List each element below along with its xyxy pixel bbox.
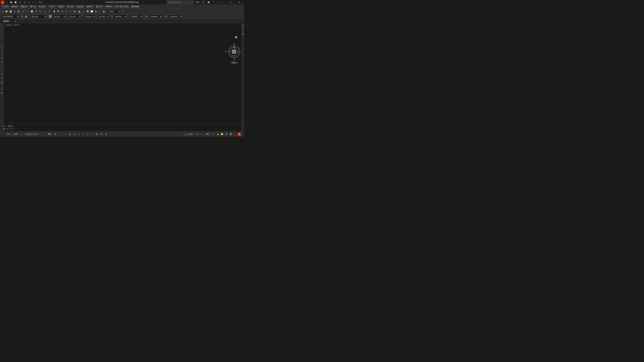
rt-pan[interactable]: ⊞ [242, 24, 244, 25]
tb-open[interactable]: 📂 [5, 9, 8, 13]
scale-label[interactable]: 1:1 / 100% [183, 133, 194, 136]
tb-copy[interactable]: 📋 [30, 9, 34, 13]
sel-cycling-btn[interactable]: ⊗ [104, 133, 108, 136]
fullscreen-btn[interactable]: ⛶ [233, 132, 237, 136]
menu-draw[interactable]: 绘图(D) [56, 5, 66, 8]
lt-hatch[interactable]: ▨ [0, 81, 3, 84]
lt-polyline[interactable]: ∧ [0, 32, 3, 35]
layout-tab-status[interactable]: 布局1 [12, 133, 19, 136]
color-swatch[interactable] [49, 15, 52, 18]
props-icon2[interactable]: ⊟ [164, 14, 168, 18]
tb-hatch[interactable]: ▨ [94, 9, 98, 13]
canvas-area[interactable]: [-][俯视][二维线框] ↖ / ∧ ○ ⌒ □ ✛ ↻ ⤢ ⇌ ⊟ ✂ → … [0, 23, 244, 137]
battery-icon[interactable]: 🔋 [229, 132, 232, 136]
snap-mode[interactable]: 模型 [46, 133, 52, 136]
speaker-icon[interactable]: 🔊 [224, 132, 228, 136]
menu-window[interactable]: 窗口(W) [94, 5, 104, 8]
osnap-btn[interactable]: ◈ [73, 133, 76, 136]
menu-dim[interactable]: 标注(N) [66, 5, 75, 8]
color-select[interactable]: ByLayer [52, 14, 66, 18]
lt-arc[interactable]: ⌒ [0, 38, 3, 41]
tb-save[interactable]: 💾 [9, 9, 12, 13]
print-btn[interactable]: 🖨 [22, 0, 26, 4]
otrack-btn[interactable]: ◇ [77, 133, 81, 136]
menu-view[interactable]: 视图(V) [19, 5, 29, 8]
transparency-btn[interactable]: ◑ [95, 133, 98, 136]
workspace-select[interactable]: CAD经典模式 [1, 14, 19, 18]
menu-modify[interactable]: 修改(M) [75, 5, 85, 8]
rt-view2[interactable]: ▣ [242, 33, 244, 35]
moon-icon[interactable]: 🌙 [216, 132, 220, 136]
menu-tools[interactable]: 工具(T) [47, 5, 56, 8]
tb-zoomin[interactable]: ⊕ [60, 9, 64, 13]
tab-close-icon[interactable]: ✕ [10, 20, 12, 22]
rt-orbit[interactable]: ↻ [242, 28, 244, 30]
lt-move[interactable]: ✛ [0, 46, 3, 49]
menu-help[interactable]: 帮助(H) [104, 5, 114, 8]
zoom-plus-btn[interactable]: + [200, 133, 203, 136]
tb-zoomall[interactable]: ▣ [72, 9, 76, 13]
tb-block[interactable]: ⬜ [90, 9, 94, 13]
save-btn[interactable]: 💾 [14, 0, 18, 4]
input-method-icon[interactable]: 中 [212, 132, 215, 136]
tb-undo[interactable]: ↩ [43, 9, 47, 13]
tb-linetype[interactable]: ≡ [82, 9, 86, 13]
lt-line[interactable]: / [0, 28, 3, 31]
tb-dim[interactable]: ↔ [98, 9, 102, 13]
layer-mgr-select[interactable]: 01家具 [107, 9, 120, 13]
tb-layer[interactable]: 📐 [78, 9, 82, 13]
lt-scale[interactable]: ⤢ [0, 53, 3, 56]
dyn-btn[interactable]: D [86, 133, 90, 136]
tb-cut[interactable]: ✂ [26, 9, 30, 13]
menu-data[interactable]: 数据视图 [130, 5, 140, 8]
tb-plot[interactable]: 🖨 [13, 9, 16, 13]
tab-add-btn[interactable]: + [14, 19, 17, 23]
tb-color[interactable]: 🎨 [86, 9, 90, 13]
lineweight-select[interactable]: ByLayer [84, 14, 95, 18]
lt-text[interactable]: A [0, 88, 3, 91]
settings-btn[interactable]: ⚙ [196, 133, 199, 136]
props-icon1[interactable]: ⊞ [144, 14, 148, 18]
lt-select[interactable]: ↖ [0, 24, 3, 27]
polar-btn[interactable]: ⋉ [68, 133, 72, 136]
share-btn[interactable]: 共享 [38, 1, 43, 4]
grid-btn[interactable]: ⊞ [53, 133, 57, 136]
menu-insert[interactable]: 插入(I) [29, 5, 37, 8]
saveas-btn[interactable]: ⊡ [18, 0, 22, 4]
snap-btn[interactable]: ⋯ [58, 133, 62, 136]
textstyle-select[interactable]: Standard [113, 14, 126, 18]
lt-rect[interactable]: □ [0, 42, 3, 45]
menu-format[interactable]: 格式(O) [38, 5, 47, 8]
lt-dim[interactable]: ↔ [0, 84, 3, 87]
maximize-btn[interactable]: □ [228, 0, 234, 5]
close-btn[interactable]: ✕ [236, 0, 243, 5]
linecolor-select[interactable]: ByColor [98, 14, 109, 18]
menu-et[interactable]: ET扩展工具(X) [114, 5, 130, 8]
workspace-settings[interactable]: ⚙ [20, 14, 24, 18]
ortho-btn[interactable]: ─ [64, 133, 67, 136]
notification-icon[interactable]: 🔔 [207, 0, 210, 4]
workspace-lock[interactable]: 🔒 [24, 14, 28, 18]
redo-btn[interactable]: ↪ [31, 0, 35, 4]
lt-rotate[interactable]: ↻ [0, 50, 3, 53]
cmd-input[interactable] [6, 128, 243, 130]
lt-offset[interactable]: ⊟ [0, 60, 3, 63]
plotstyle-select[interactable]: Standard [169, 14, 182, 18]
tb-publish[interactable]: ◫ [21, 9, 24, 13]
help-icon[interactable]: ❓ [212, 0, 216, 4]
tb-properties[interactable]: ⊞ [1, 9, 4, 13]
qprops-btn[interactable]: ⊕ [100, 133, 103, 136]
tb-zoom[interactable]: 🔍 [56, 9, 60, 13]
lweight-btn[interactable]: ═ [90, 133, 94, 136]
lt-copy[interactable]: ⧉ [0, 73, 3, 76]
lt-gradient[interactable]: ◐ [0, 91, 3, 94]
menu-param[interactable]: 参数(P) [85, 5, 94, 8]
tb-pan[interactable]: ✋ [52, 9, 56, 13]
dimstyle-select[interactable]: 立面标注 [129, 14, 142, 18]
search-input[interactable] [166, 0, 193, 4]
menu-file[interactable]: 文件(F) [1, 5, 10, 8]
dimstyle2-select[interactable]: Standard [149, 14, 162, 18]
add-layout-status[interactable]: + [20, 133, 23, 136]
lt-array[interactable]: ⊞ [0, 76, 3, 79]
ducs-btn[interactable]: ⊹ [82, 133, 85, 136]
